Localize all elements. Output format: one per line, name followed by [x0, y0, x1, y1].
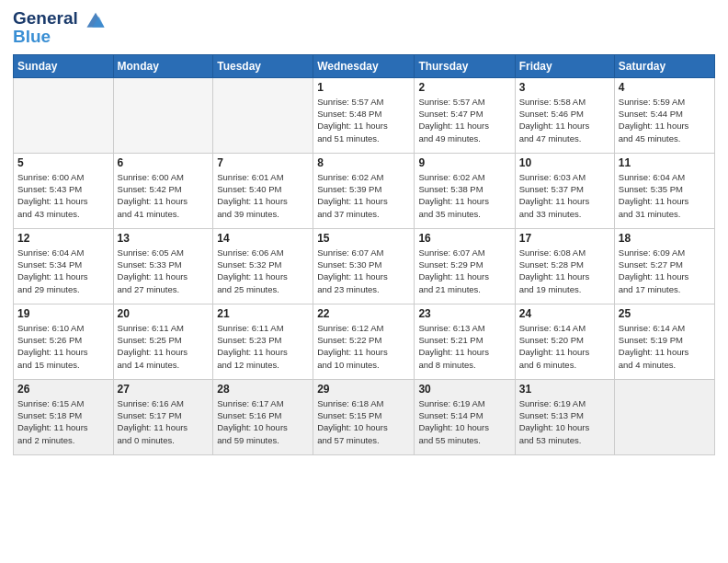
- weekday-monday: Monday: [113, 54, 213, 77]
- day-number: 26: [17, 383, 109, 396]
- day-cell-1: 1Sunrise: 5:57 AM Sunset: 5:48 PM Daylig…: [313, 77, 415, 153]
- day-info: Sunrise: 6:11 AM Sunset: 5:25 PM Dayligh…: [118, 322, 210, 371]
- day-info: Sunrise: 6:00 AM Sunset: 5:43 PM Dayligh…: [17, 171, 109, 220]
- day-info: Sunrise: 6:03 AM Sunset: 5:37 PM Dayligh…: [519, 171, 610, 220]
- calendar-table: SundayMondayTuesdayWednesdayThursdayFrid…: [13, 54, 715, 455]
- day-cell-3: 3Sunrise: 5:58 AM Sunset: 5:46 PM Daylig…: [515, 77, 614, 153]
- day-cell-5: 5Sunrise: 6:00 AM Sunset: 5:43 PM Daylig…: [14, 153, 114, 228]
- day-cell-6: 6Sunrise: 6:00 AM Sunset: 5:42 PM Daylig…: [113, 153, 213, 228]
- logo-icon: [85, 9, 106, 29]
- day-number: 18: [619, 232, 711, 245]
- day-info: Sunrise: 6:06 AM Sunset: 5:32 PM Dayligh…: [217, 247, 309, 295]
- day-number: 25: [619, 307, 711, 320]
- day-number: 14: [217, 232, 309, 245]
- day-cell-27: 27Sunrise: 6:16 AM Sunset: 5:17 PM Dayli…: [113, 379, 213, 454]
- day-number: 1: [317, 81, 410, 94]
- day-info: Sunrise: 6:14 AM Sunset: 5:20 PM Dayligh…: [519, 322, 610, 371]
- day-cell-17: 17Sunrise: 6:08 AM Sunset: 5:28 PM Dayli…: [515, 228, 614, 304]
- day-number: 12: [17, 232, 109, 245]
- day-number: 13: [118, 232, 210, 245]
- day-number: 29: [317, 383, 410, 396]
- week-row-5: 26Sunrise: 6:15 AM Sunset: 5:18 PM Dayli…: [14, 379, 715, 454]
- day-info: Sunrise: 6:10 AM Sunset: 5:26 PM Dayligh…: [17, 322, 109, 371]
- day-cell-24: 24Sunrise: 6:14 AM Sunset: 5:20 PM Dayli…: [515, 304, 614, 379]
- day-number: 20: [118, 307, 210, 320]
- day-info: Sunrise: 5:58 AM Sunset: 5:46 PM Dayligh…: [519, 96, 610, 144]
- day-info: Sunrise: 6:00 AM Sunset: 5:42 PM Dayligh…: [118, 171, 210, 220]
- calendar-page: General Blue SundayMondayTuesdayWednesda…: [0, 0, 728, 563]
- weekday-thursday: Thursday: [415, 54, 515, 77]
- empty-cell: [213, 77, 313, 153]
- day-info: Sunrise: 6:14 AM Sunset: 5:19 PM Dayligh…: [619, 322, 711, 371]
- day-cell-30: 30Sunrise: 6:19 AM Sunset: 5:14 PM Dayli…: [415, 379, 515, 454]
- weekday-tuesday: Tuesday: [213, 54, 313, 77]
- day-info: Sunrise: 6:09 AM Sunset: 5:27 PM Dayligh…: [619, 247, 711, 295]
- day-number: 8: [317, 156, 410, 169]
- day-cell-25: 25Sunrise: 6:14 AM Sunset: 5:19 PM Dayli…: [614, 304, 714, 379]
- day-cell-7: 7Sunrise: 6:01 AM Sunset: 5:40 PM Daylig…: [213, 153, 313, 228]
- day-info: Sunrise: 6:08 AM Sunset: 5:28 PM Dayligh…: [519, 247, 610, 295]
- weekday-saturday: Saturday: [614, 54, 714, 77]
- day-cell-8: 8Sunrise: 6:02 AM Sunset: 5:39 PM Daylig…: [313, 153, 415, 228]
- day-number: 23: [418, 307, 510, 320]
- weekday-wednesday: Wednesday: [313, 54, 415, 77]
- weekday-sunday: Sunday: [14, 54, 114, 77]
- day-info: Sunrise: 6:02 AM Sunset: 5:39 PM Dayligh…: [317, 171, 410, 220]
- day-cell-12: 12Sunrise: 6:04 AM Sunset: 5:34 PM Dayli…: [14, 228, 114, 304]
- day-cell-29: 29Sunrise: 6:18 AM Sunset: 5:15 PM Dayli…: [313, 379, 415, 454]
- day-number: 9: [418, 156, 510, 169]
- day-cell-20: 20Sunrise: 6:11 AM Sunset: 5:25 PM Dayli…: [113, 304, 213, 379]
- day-cell-21: 21Sunrise: 6:11 AM Sunset: 5:23 PM Dayli…: [213, 304, 313, 379]
- day-number: 6: [118, 156, 210, 169]
- day-number: 2: [418, 81, 510, 94]
- day-cell-26: 26Sunrise: 6:15 AM Sunset: 5:18 PM Dayli…: [14, 379, 114, 454]
- day-info: Sunrise: 6:19 AM Sunset: 5:14 PM Dayligh…: [418, 397, 510, 446]
- day-cell-28: 28Sunrise: 6:17 AM Sunset: 5:16 PM Dayli…: [213, 379, 313, 454]
- day-number: 24: [519, 307, 610, 320]
- empty-cell: [14, 77, 114, 153]
- logo: General Blue: [13, 9, 106, 47]
- day-cell-18: 18Sunrise: 6:09 AM Sunset: 5:27 PM Dayli…: [614, 228, 714, 304]
- day-cell-22: 22Sunrise: 6:12 AM Sunset: 5:22 PM Dayli…: [313, 304, 415, 379]
- day-info: Sunrise: 6:07 AM Sunset: 5:29 PM Dayligh…: [418, 247, 510, 295]
- day-info: Sunrise: 6:05 AM Sunset: 5:33 PM Dayligh…: [118, 247, 210, 295]
- day-number: 31: [519, 383, 610, 396]
- week-row-3: 12Sunrise: 6:04 AM Sunset: 5:34 PM Dayli…: [14, 228, 715, 304]
- day-number: 21: [217, 307, 309, 320]
- day-info: Sunrise: 6:16 AM Sunset: 5:17 PM Dayligh…: [118, 397, 210, 446]
- day-number: 16: [418, 232, 510, 245]
- day-cell-15: 15Sunrise: 6:07 AM Sunset: 5:30 PM Dayli…: [313, 228, 415, 304]
- day-number: 10: [519, 156, 610, 169]
- week-row-4: 19Sunrise: 6:10 AM Sunset: 5:26 PM Dayli…: [14, 304, 715, 379]
- day-info: Sunrise: 6:13 AM Sunset: 5:21 PM Dayligh…: [418, 322, 510, 371]
- day-cell-10: 10Sunrise: 6:03 AM Sunset: 5:37 PM Dayli…: [515, 153, 614, 228]
- day-number: 5: [17, 156, 109, 169]
- day-number: 28: [217, 383, 309, 396]
- day-number: 19: [17, 307, 109, 320]
- day-cell-11: 11Sunrise: 6:04 AM Sunset: 5:35 PM Dayli…: [614, 153, 714, 228]
- day-cell-14: 14Sunrise: 6:06 AM Sunset: 5:32 PM Dayli…: [213, 228, 313, 304]
- day-info: Sunrise: 5:57 AM Sunset: 5:47 PM Dayligh…: [418, 96, 510, 144]
- day-info: Sunrise: 6:07 AM Sunset: 5:30 PM Dayligh…: [317, 247, 410, 295]
- day-info: Sunrise: 6:17 AM Sunset: 5:16 PM Dayligh…: [217, 397, 309, 446]
- day-number: 3: [519, 81, 610, 94]
- day-cell-19: 19Sunrise: 6:10 AM Sunset: 5:26 PM Dayli…: [14, 304, 114, 379]
- weekday-header-row: SundayMondayTuesdayWednesdayThursdayFrid…: [14, 54, 715, 77]
- day-cell-16: 16Sunrise: 6:07 AM Sunset: 5:29 PM Dayli…: [415, 228, 515, 304]
- day-number: 15: [317, 232, 410, 245]
- day-info: Sunrise: 6:04 AM Sunset: 5:34 PM Dayligh…: [17, 247, 109, 295]
- day-info: Sunrise: 6:12 AM Sunset: 5:22 PM Dayligh…: [317, 322, 410, 371]
- day-info: Sunrise: 6:19 AM Sunset: 5:13 PM Dayligh…: [519, 397, 610, 446]
- day-number: 30: [418, 383, 510, 396]
- day-number: 7: [217, 156, 309, 169]
- day-info: Sunrise: 6:18 AM Sunset: 5:15 PM Dayligh…: [317, 397, 410, 446]
- day-number: 22: [317, 307, 410, 320]
- day-info: Sunrise: 6:04 AM Sunset: 5:35 PM Dayligh…: [619, 171, 711, 220]
- day-cell-9: 9Sunrise: 6:02 AM Sunset: 5:38 PM Daylig…: [415, 153, 515, 228]
- day-number: 4: [619, 81, 711, 94]
- day-info: Sunrise: 5:59 AM Sunset: 5:44 PM Dayligh…: [619, 96, 711, 144]
- empty-cell: [614, 379, 714, 454]
- day-number: 11: [619, 156, 711, 169]
- day-info: Sunrise: 6:11 AM Sunset: 5:23 PM Dayligh…: [217, 322, 309, 371]
- page-header: General Blue: [13, 9, 715, 47]
